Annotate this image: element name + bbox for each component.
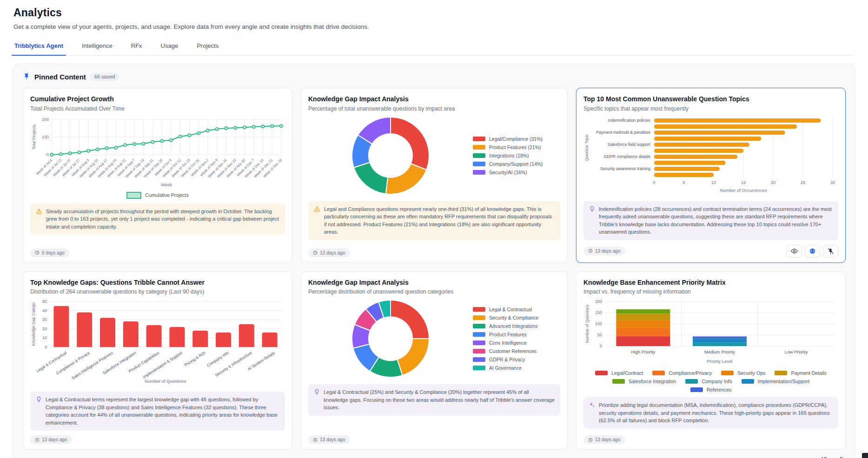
- horizontal-bar-chart: 051015202530Indemnification policiesPaym…: [583, 116, 838, 195]
- svg-text:100: 100: [42, 135, 49, 139]
- card-title: Cumulative Project Growth: [30, 95, 285, 104]
- insight-box: Prioritize adding legal documentation (M…: [583, 397, 838, 429]
- svg-text:Company Info: Company Info: [206, 350, 230, 368]
- tab-tribblytics-agent[interactable]: Tribblytics Agent: [13, 39, 64, 55]
- legend-swatch: [473, 366, 485, 370]
- tab-rfx[interactable]: RFx: [130, 39, 143, 55]
- legend-label: Security Ops: [737, 370, 765, 376]
- svg-text:20: 20: [42, 327, 47, 331]
- card-priority-matrix[interactable]: Knowledge Base Enhancement Priority Matr…: [576, 271, 846, 450]
- unpin-icon[interactable]: [823, 245, 838, 257]
- legend-swatch: [721, 371, 734, 375]
- card-knowledge-gap-impact-1[interactable]: Knowledge Gap Impact Analysis Percentage…: [301, 88, 568, 263]
- svg-text:High Priority: High Priority: [631, 349, 655, 354]
- legend-item: Security/AI (16%): [473, 170, 560, 175]
- legend-label: Legal/Contract: [611, 370, 643, 376]
- tab-bar: Tribblytics Agent Intelligence RFx Usage…: [13, 39, 855, 56]
- legend-label: Security & Compliance: [489, 315, 538, 321]
- svg-text:Week: Week: [161, 182, 172, 187]
- chart-area: 050100150200High PriorityMedium Priority…: [583, 299, 838, 393]
- warning-triangle-icon: [36, 208, 42, 217]
- line-chart: 0100200Total ProjectsWeek of Jul 6Week o…: [30, 116, 285, 189]
- card-actions: [787, 245, 838, 257]
- svg-text:30: 30: [830, 180, 835, 185]
- chart-legend: Cumulative Projects: [30, 192, 285, 199]
- svg-text:Number of Occurrences: Number of Occurrences: [720, 188, 767, 193]
- svg-text:Priority Level: Priority Level: [707, 359, 733, 364]
- legend-swatch: [473, 307, 485, 312]
- legend-swatch: [690, 387, 703, 392]
- insight-box: Indemnification policies (28 occurrences…: [583, 201, 838, 240]
- svg-text:25: 25: [801, 180, 805, 185]
- tab-usage[interactable]: Usage: [160, 39, 179, 55]
- card-footer: 13 days ago: [308, 244, 560, 257]
- card-subtitle: Percentage distribution of unanswered qu…: [308, 288, 560, 295]
- legend-label: GDPR & Privacy: [489, 357, 525, 362]
- insight-text: Steady accumulation of projects througho…: [46, 208, 279, 231]
- clock-icon: [35, 438, 40, 442]
- timestamp-badge: 13 days ago: [30, 435, 72, 444]
- card-footer: 13 days ago: [583, 431, 838, 444]
- legend-swatch: [473, 357, 485, 362]
- clock-icon: [588, 249, 593, 253]
- legend-swatch: [742, 379, 754, 384]
- page-subtitle: Get a complete view of your agents, proj…: [13, 23, 868, 30]
- legend-label: References: [707, 387, 732, 393]
- card-subtitle: Total Projects Accumulated Over Time: [30, 105, 285, 112]
- insight-text: Prioritize adding legal documentation (M…: [599, 401, 833, 425]
- legend-item: Security Ops: [721, 370, 765, 376]
- svg-text:0: 0: [653, 180, 655, 185]
- card-cumulative-project-growth[interactable]: Cumulative Project Growth Total Projects…: [23, 88, 292, 263]
- panel-footer: View all: [23, 456, 846, 458]
- timestamp-badge: 6 days ago: [30, 249, 69, 257]
- legend-swatch: [473, 153, 485, 158]
- svg-text:15: 15: [741, 180, 746, 185]
- legend-label: Cumulative Projects: [145, 192, 188, 198]
- svg-text:Number of Questions: Number of Questions: [585, 304, 590, 343]
- donut-chart: [350, 115, 431, 196]
- pinned-header: Pinned Content 66 saved: [23, 72, 846, 81]
- svg-text:Implementation & Support: Implementation & Support: [142, 350, 183, 379]
- colored-eye-icon[interactable]: [805, 245, 820, 257]
- legend-item: GDPR & Privacy: [473, 357, 560, 362]
- legend-swatch: [652, 371, 665, 375]
- card-top10-unanswerable-topics[interactable]: Top 10 Most Common Unanswerable Question…: [576, 88, 846, 263]
- insight-box: Legal & Contractual (25%) and Security &…: [308, 384, 560, 416]
- card-knowledge-gap-impact-2[interactable]: Knowledge Gap Impact Analysis Percentage…: [301, 271, 568, 450]
- tab-intelligence[interactable]: Intelligence: [81, 39, 113, 55]
- legend-swatch: [473, 162, 485, 166]
- svg-text:Total Projects: Total Projects: [32, 124, 36, 150]
- floating-widget[interactable]: [862, 453, 868, 458]
- card-subtitle: Distribution of 264 unanswerable questio…: [30, 288, 285, 295]
- svg-text:Payment methods & penalties: Payment methods & penalties: [596, 130, 650, 135]
- legend-swatch: [473, 315, 485, 320]
- legend-item: Salesforce Integration: [612, 379, 676, 384]
- legend-item: Legal/Contract: [595, 370, 643, 376]
- pin-icon: [23, 73, 30, 80]
- tab-projects[interactable]: Projects: [196, 39, 219, 55]
- preview-eye-icon[interactable]: [787, 245, 802, 257]
- card-subtitle: Impact vs. frequency of missing informat…: [583, 288, 838, 295]
- card-subtitle: Percentage of total unanswerable questio…: [308, 105, 560, 112]
- card-top-knowledge-gaps[interactable]: Top Knowledge Gaps: Questions Tribble Ca…: [23, 271, 292, 450]
- insight-box: Legal & Contractual terms represent the …: [30, 392, 285, 431]
- legend-item: Product Features: [473, 332, 560, 337]
- svg-text:0: 0: [45, 345, 47, 349]
- legend-item: Payment Details: [775, 370, 826, 376]
- clock-icon: [35, 250, 40, 255]
- legend-label: Conv Intelligence: [489, 340, 527, 346]
- card-title: Top 10 Most Common Unanswerable Question…: [583, 95, 838, 104]
- legend-swatch: [473, 349, 485, 353]
- legend-swatch: [595, 371, 608, 375]
- view-all-button[interactable]: View all: [822, 456, 843, 458]
- sparkles-icon: [589, 402, 595, 410]
- timestamp-badge: 13 days ago: [308, 249, 350, 257]
- legend-swatch: [473, 332, 485, 337]
- svg-text:Medium Priority: Medium Priority: [704, 349, 735, 354]
- legend-item: Advanced Integrations: [473, 323, 560, 329]
- timestamp-badge: 13 days ago: [583, 247, 625, 255]
- legend-item: AI Governance: [473, 365, 560, 371]
- legend-label: Salesforce Integration: [629, 379, 676, 384]
- chart-area: Legal/Compliance (31%)Product Features (…: [308, 115, 560, 196]
- legend-item: Product Features (21%): [473, 144, 560, 150]
